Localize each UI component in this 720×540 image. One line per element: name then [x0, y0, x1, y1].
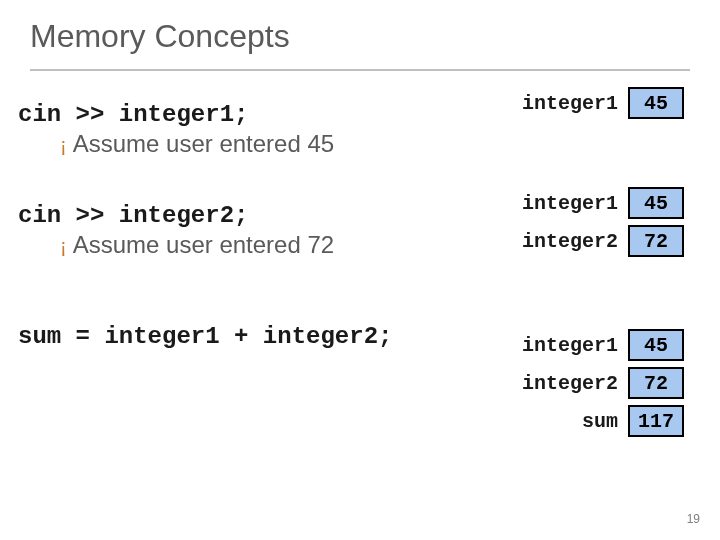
memory-state-2: integer1 45 integer2 72	[522, 187, 684, 263]
memory-row: integer1 45	[522, 329, 684, 361]
memory-row: sum 117	[522, 405, 684, 437]
page-number: 19	[687, 512, 700, 526]
code-line-1: cin >> integer1;	[18, 101, 423, 128]
memory-value-box: 45	[628, 329, 684, 361]
memory-value-box: 117	[628, 405, 684, 437]
memory-label: integer1	[522, 329, 628, 361]
bullet-icon: ¡	[60, 135, 67, 155]
memory-label: integer1	[522, 187, 628, 219]
memory-state-1: integer1 45	[522, 87, 684, 125]
memory-row: integer2 72	[522, 225, 684, 257]
bullet-icon: ¡	[60, 236, 67, 256]
bullet-1: ¡ Assume user entered 45	[18, 130, 423, 158]
code-line-2: cin >> integer2;	[18, 202, 423, 229]
bullet-1-text: Assume user entered 45	[73, 130, 334, 158]
memory-row: integer2 72	[522, 367, 684, 399]
memory-value-box: 45	[628, 87, 684, 119]
memory-label: integer1	[522, 87, 628, 119]
code-line-3: sum = integer1 + integer2;	[18, 323, 423, 350]
memory-value-box: 72	[628, 225, 684, 257]
memory-label: integer2	[522, 367, 628, 399]
memory-state-3: integer1 45 integer2 72 sum 117	[522, 329, 684, 443]
slide-content: cin >> integer1; ¡ Assume user entered 4…	[0, 71, 720, 350]
slide-title: Memory Concepts	[30, 18, 690, 55]
memory-row: integer1 45	[522, 87, 684, 119]
memory-value-box: 45	[628, 187, 684, 219]
bullet-2: ¡ Assume user entered 72	[18, 231, 423, 259]
bullet-2-text: Assume user entered 72	[73, 231, 334, 259]
memory-label: integer2	[522, 225, 628, 257]
memory-value-box: 72	[628, 367, 684, 399]
memory-row: integer1 45	[522, 187, 684, 219]
memory-label: sum	[582, 405, 628, 437]
